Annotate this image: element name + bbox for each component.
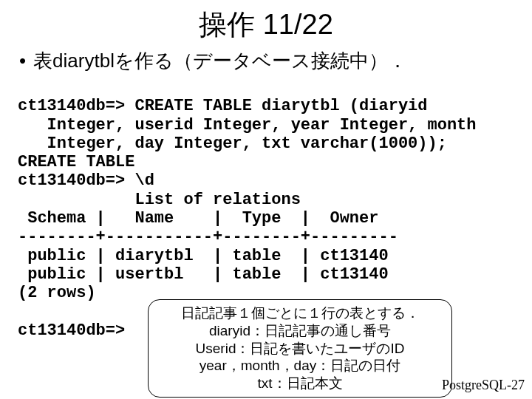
code-line: Integer, userid Integer, year Integer, m… <box>18 116 477 134</box>
callout-line: diaryid：日記記事の通し番号 <box>156 322 444 340</box>
callout-line: txt：日記本文 <box>156 375 444 392</box>
code-line: ct13140db=> CREATE TABLE diarytbl (diary… <box>18 97 428 115</box>
code-line: public | diarytbl | table | ct13140 <box>18 247 389 265</box>
code-line: ct13140db=> <box>18 321 125 340</box>
bullet-item: • 表diarytblを作る（データベース接続中）． <box>19 48 517 74</box>
slide-title: 操作 11/22 <box>15 6 517 44</box>
bullet-text: 表diarytblを作る（データベース接続中）． <box>33 48 407 74</box>
code-line: ct13140db=> \d <box>18 171 154 190</box>
code-line: CREATE TABLE <box>18 153 134 171</box>
bullet-dot: • <box>19 50 26 72</box>
code-line: Integer, day Integer, txt varchar(1000))… <box>18 134 447 153</box>
code-line: List of relations <box>18 191 301 209</box>
slide-footer: PostgreSQL-27 <box>442 378 525 393</box>
callout-line: 日記記事１個ごとに１行の表とする． <box>156 304 444 322</box>
code-line: Schema | Name | Type | Owner <box>18 209 378 228</box>
slide: 操作 11/22 • 表diarytblを作る（データベース接続中）． ct13… <box>0 0 532 399</box>
callout-line: Userid：日記を書いたユーザのID <box>156 340 444 358</box>
code-line: (2 rows) <box>18 284 96 302</box>
callout-box: 日記記事１個ごとに１行の表とする． diaryid：日記記事の通し番号 User… <box>148 299 452 398</box>
code-line: --------+-----------+--------+--------- <box>18 228 398 246</box>
code-line: public | usertbl | table | ct13140 <box>18 265 389 284</box>
callout-line: year，month，day：日記の日付 <box>156 357 444 375</box>
